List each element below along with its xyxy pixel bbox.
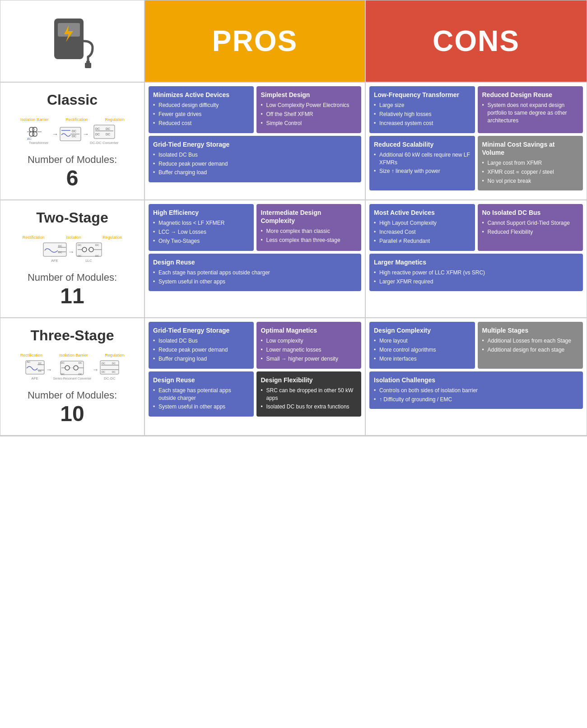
two-stage-con-card3: Larger Magnetics High reactive power of … <box>369 254 583 292</box>
two-stage-modules-label: Number of Modules: <box>28 272 117 283</box>
classic-pro1-title: Minimizes Active Devices <box>153 91 249 99</box>
classic-con4-item3: No vol price break <box>482 177 579 185</box>
three-stage-con3-item2: ↑ Difficulty of grounding / EMC <box>374 396 578 403</box>
three-dcdc-label: DC-DC <box>104 376 116 380</box>
svg-text:DC: DC <box>78 255 82 257</box>
three-dcdc-symbol: DC DC DC DC <box>99 358 120 376</box>
two-stage-pro3-item1: Each stage has potential apps outside ch… <box>153 269 357 277</box>
two-stage-con3-item2: Larger XFMR required <box>374 278 578 286</box>
three-stage-pro-card4: Design Flexibility SRC can be dropped in… <box>256 371 362 417</box>
classic-arrow2: → <box>83 130 89 138</box>
three-stage-pro2-item1: Low complexity <box>261 337 357 345</box>
svg-text:DC: DC <box>38 362 42 365</box>
svg-text:DC: DC <box>112 362 116 365</box>
header-cons: CONS <box>366 0 587 83</box>
three-stage-pro4-item1: SRC can be dropped in other 50 kW apps <box>261 387 357 402</box>
classic-con2-title: Reduced Design Reuse <box>482 91 579 99</box>
three-stage-pro3-list: Each stage has potential apps outside ch… <box>153 387 249 411</box>
svg-text:DC: DC <box>112 371 116 373</box>
main-grid: PROS CONS Classic Isolation Barrier Rect… <box>0 0 587 436</box>
two-stage-pro1-title: High Efficiency <box>153 209 249 217</box>
svg-text:DC: DC <box>102 362 105 365</box>
three-stage-con-card2: Multiple Stages Additional Losses from e… <box>478 322 583 369</box>
two-stage-title: Two-Stage <box>36 209 108 226</box>
classic-pro3-list: Isolated DC Bus Reduce peak power demand… <box>153 151 357 176</box>
two-stage-con1-item2: Increased Cost <box>374 228 471 236</box>
two-stage-label3: Regulation <box>102 235 122 240</box>
three-stage-pro3-item2: System useful in other apps <box>153 403 249 411</box>
llc-symbol: DC DC DC DC <box>75 241 102 259</box>
classic-acdc-symbol: DC DC <box>59 125 82 143</box>
two-stage-con3-item1: High reactive power of LLC XFMR (vs SRC) <box>374 269 578 277</box>
llc-label: LLC <box>85 259 92 263</box>
two-stage-pro2-item2: Less complex than three-stage <box>261 236 357 244</box>
svg-text:DC: DC <box>95 133 100 136</box>
two-stage-con-card1: Most Active Devices High Layout Complexi… <box>369 204 475 251</box>
svg-text:DC: DC <box>72 134 76 138</box>
three-afe-symbol: AC DC DC <box>25 358 45 376</box>
three-stage-pro3-title: Design Reuse <box>153 376 249 384</box>
three-stage-con3-list: Controls on both sides of isolation barr… <box>374 387 578 403</box>
classic-pro1-item1: Reduced design difficulty <box>153 102 249 109</box>
classic-arrow1: → <box>52 130 58 138</box>
classic-pro-card2: Simplest Design Low Complexity Power Ele… <box>256 86 362 133</box>
three-stage-pro-card2: Optimal Magnetics Low complexity Lower m… <box>256 322 362 369</box>
classic-con4-item1: Large cost from XFMR <box>482 159 579 167</box>
header-pros: PROS <box>145 0 366 83</box>
three-afe-label: AFE <box>31 376 38 380</box>
svg-text:DC: DC <box>78 244 82 246</box>
two-stage-pros-cell: High Efficiency Magnetic loss < LF XFMER… <box>145 200 366 318</box>
classic-con1-item1: Large size <box>374 102 471 109</box>
classic-con4-title: Minimal Cost Savings at Volume <box>482 140 579 157</box>
three-stage-con2-list: Additional Losses from each Stage Additi… <box>482 337 579 354</box>
two-stage-label1: Rectification <box>23 235 45 240</box>
two-stage-con2-item2: Reduced Flexibility <box>482 228 579 236</box>
three-stage-con3-item1: Controls on both sides of isolation barr… <box>374 387 578 394</box>
svg-text:DC: DC <box>95 244 99 246</box>
classic-con3-item1: Additional 60 kW cells require new LF XF… <box>374 151 471 167</box>
three-stage-con2-item1: Additional Losses from each Stage <box>482 337 579 345</box>
svg-rect-4 <box>86 61 88 64</box>
header-left <box>0 0 145 83</box>
classic-con-card3: Reduced Scalability Additional 60 kW cel… <box>369 136 475 191</box>
three-stage-con1-list: More layout More control algorithms More… <box>374 337 471 362</box>
three-stage-pro2-item2: Lower magnetic losses <box>261 346 357 354</box>
two-stage-con3-list: High reactive power of LLC XFMR (vs SRC)… <box>374 269 578 286</box>
two-stage-con3-title: Larger Magnetics <box>374 258 578 266</box>
svg-text:DC: DC <box>72 130 76 133</box>
classic-pro3-item1: Isolated DC Bus <box>153 151 357 159</box>
two-stage-pro1-item3: Only Two-Stages <box>153 237 249 245</box>
classic-stages: AC Transformer → DC DC <box>12 123 133 145</box>
classic-pro3-title: Grid-Tied Energy Storage <box>153 140 357 148</box>
classic-con3-title: Reduced Scalability <box>374 140 471 148</box>
two-stage-label2: Isolation <box>66 235 81 240</box>
three-stage-con1-item1: More layout <box>374 337 471 345</box>
classic-pro1-list: Reduced design difficulty Fewer gate dri… <box>153 102 249 127</box>
svg-text:DC: DC <box>58 251 62 254</box>
two-stage-pro2-item1: More complex than classic <box>261 227 357 235</box>
classic-cons-cell: Low-Frequency Transformer Large size Rel… <box>366 83 587 200</box>
three-stage-pro2-title: Optimal Magnetics <box>261 326 357 334</box>
classic-con1-title: Low-Frequency Transformer <box>374 91 471 99</box>
three-stage-con2-item2: Additional design for each stage <box>482 346 579 354</box>
classic-con1-list: Large size Relatively high losses Increa… <box>374 102 471 127</box>
three-stage-modules-label: Number of Modules: <box>28 390 117 401</box>
src-label: Series-Resonant Converter <box>53 377 92 380</box>
two-stage-cons-cell: Most Active Devices High Layout Complexi… <box>366 200 587 318</box>
two-stage-diagram: Rectification Isolation Regulation DC DC… <box>9 233 135 265</box>
two-stage-pro3-list: Each stage has potential apps outside ch… <box>153 269 357 286</box>
classic-pro2-list: Low Complexity Power Electronics Off the… <box>261 102 357 127</box>
three-stage-stages: AC DC DC AFE → <box>12 358 133 380</box>
two-stage-pro1-item2: LCC → Low Losses <box>153 228 249 236</box>
src-symbol: DC DC DC DC <box>60 359 84 377</box>
svg-text:DC: DC <box>79 373 82 376</box>
classic-pro2-item2: Off the Shelf XFMR <box>261 111 357 118</box>
three-stage-pro1-item2: Reduce peak power demand <box>153 346 249 354</box>
three-stage-con2-title: Multiple Stages <box>482 326 579 334</box>
three-stage-diagram: Rectification Isolation Barrier Regulati… <box>9 351 135 383</box>
two-stage-modules-count: 11 <box>60 283 84 308</box>
classic-con-card2: Reduced Design Reuse System does not exp… <box>478 86 583 133</box>
classic-diag-label2: Rectification <box>65 117 88 122</box>
three-stage-left: Three-Stage Rectification Isolation Barr… <box>0 318 145 436</box>
svg-text:AC: AC <box>27 137 32 140</box>
